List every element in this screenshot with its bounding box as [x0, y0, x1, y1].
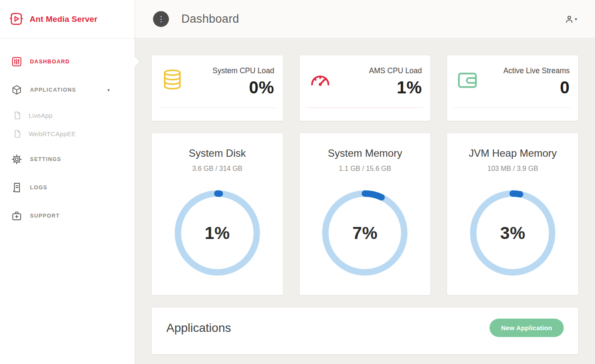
gauge-title: System Disk [160, 147, 274, 159]
gauge-subtitle: 1.1 GB / 15.6 GB [308, 165, 422, 173]
sidebar: Ant Media Server DASHBOARD [0, 0, 135, 364]
main-area: ⋮ Dashboard ▾ [135, 0, 595, 364]
gauge-card-system-disk: System Disk 3.6 GB / 314 GB 1% [151, 133, 283, 295]
divider [307, 107, 424, 108]
gauge-card-system-memory: System Memory 1.1 GB / 15.6 GB 7% [299, 133, 431, 295]
new-application-button[interactable]: New Application [490, 319, 564, 337]
gauge-subtitle: 3.6 GB / 314 GB [160, 165, 274, 173]
sidebar-item-settings[interactable]: SETTINGS [0, 147, 135, 171]
gauge-card-jvm-heap-memory: JVM Heap Memory 103 MB / 3.9 GB 3% [447, 133, 579, 295]
gauge-donut: 7% [320, 188, 410, 278]
gauge-title: JVM Heap Memory [456, 147, 570, 159]
kebab-menu-button[interactable]: ⋮ [153, 11, 169, 27]
gauge-title: System Memory [308, 147, 422, 159]
gauge-donut: 1% [172, 188, 262, 278]
sidebar-item-logs[interactable]: LOGS [0, 176, 135, 200]
brand[interactable]: Ant Media Server [0, 0, 135, 39]
gauge-percent: 7% [320, 188, 410, 278]
sidebar-item-applications[interactable]: APPLICATIONS ▾ [0, 78, 135, 102]
divider [454, 107, 571, 108]
gauge-icon [308, 68, 332, 94]
stat-card-active-live-streams: Active Live Streams 0 [447, 55, 579, 121]
sidebar-item-dashboard[interactable]: DASHBOARD [0, 50, 135, 74]
file-icon [13, 111, 22, 120]
divider [159, 107, 276, 108]
database-icon [160, 68, 184, 94]
sidebar-item-label: LOGS [30, 185, 48, 191]
user-icon [565, 15, 574, 24]
stat-value: 0 [480, 78, 570, 97]
sidebar-item-label: LiveApp [29, 112, 53, 119]
support-icon [11, 210, 22, 221]
gauge-subtitle: 103 MB / 3.9 GB [456, 165, 570, 173]
applications-panel: Applications New Application [151, 307, 579, 355]
wallet-icon [456, 68, 480, 94]
applications-panel-title: Applications [166, 321, 231, 335]
sidebar-item-support[interactable]: SUPPORT [0, 204, 135, 228]
stat-title: AMS CPU Load [332, 66, 422, 76]
sidebar-item-label: SUPPORT [30, 213, 60, 219]
stats-row: System CPU Load 0% [151, 55, 579, 121]
sidebar-nav: DASHBOARD APPLICATIONS ▾ LiveApp [0, 39, 135, 228]
user-menu[interactable]: ▾ [565, 15, 577, 24]
kebab-menu-icon: ⋮ [157, 15, 165, 23]
top-header: ⋮ Dashboard ▾ [135, 0, 595, 39]
applications-icon [11, 84, 22, 95]
ant-media-logo-icon [9, 12, 24, 27]
stat-value: 1% [332, 78, 422, 97]
chevron-down-icon: ▾ [107, 87, 110, 93]
sidebar-item-label: WebRTCAppEE [29, 130, 76, 137]
dashboard-icon [11, 56, 22, 67]
dashboard-content: System CPU Load 0% [135, 39, 595, 364]
gauge-percent: 3% [468, 188, 558, 278]
sidebar-item-label: APPLICATIONS [30, 87, 76, 93]
stat-card-system-cpu-load: System CPU Load 0% [151, 55, 283, 121]
stat-card-ams-cpu-load: AMS CPU Load 1% [299, 55, 431, 121]
gauge-percent: 1% [172, 188, 262, 278]
brand-title: Ant Media Server [30, 15, 97, 24]
gear-icon [11, 154, 22, 165]
gauge-donut: 3% [468, 188, 558, 278]
logs-icon [11, 182, 22, 193]
file-icon [13, 129, 22, 138]
stat-value: 0% [184, 78, 274, 97]
sidebar-item-webrtcappee[interactable]: WebRTCAppEE [0, 125, 135, 143]
stat-title: Active Live Streams [480, 66, 570, 76]
chevron-down-icon: ▾ [575, 17, 577, 21]
sidebar-item-label: DASHBOARD [30, 59, 70, 65]
page-title: Dashboard [181, 12, 239, 26]
sidebar-item-label: SETTINGS [30, 156, 61, 162]
gauges-row: System Disk 3.6 GB / 314 GB 1% System Me… [151, 133, 579, 295]
stat-title: System CPU Load [184, 66, 274, 76]
sidebar-item-liveapp[interactable]: LiveApp [0, 106, 135, 125]
